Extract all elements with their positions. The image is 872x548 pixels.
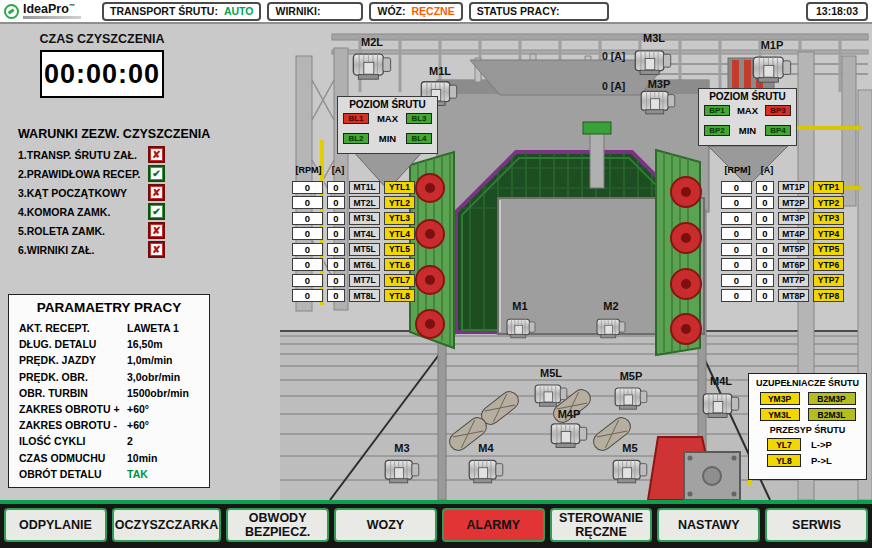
condition-row: 1.TRANSP. ŚRUTU ZAŁ. [18, 146, 165, 163]
condition-status-icon [148, 203, 165, 220]
clock-value: 13:18:03 [816, 5, 858, 17]
turbine-row: 00MT6LYTL6 [292, 258, 415, 271]
shot-level-panel-left: POZIOM ŚRUTU BL1 MAX BL3 BL2 MIN BL4 [337, 96, 438, 154]
motor-id-chip: MT2P [778, 196, 809, 209]
replenisher-sensor-b2m3p: B2M3P [808, 392, 856, 405]
condition-status-icon [148, 165, 165, 182]
conditions-title: WARUNKI ZEZW. CZYSZCZENIA [18, 127, 210, 141]
param-row: ILOŚĆ CYKLI2 [19, 433, 199, 449]
amp-value: 0 [327, 181, 345, 194]
nav-button-serwis[interactable]: SERWIS [765, 508, 868, 542]
condition-row: 5.ROLETA ZAMK. [18, 222, 165, 239]
turbine-row: 00MT5PYTP5 [721, 243, 844, 256]
motor-id-chip: MT6L [349, 258, 380, 271]
turbine-valve-button[interactable]: YTP7 [813, 274, 844, 287]
motor-id-chip: MT8P [778, 289, 809, 302]
nav-button-wozy[interactable]: WOZY [334, 508, 437, 542]
rpm-value: 0 [292, 289, 323, 302]
motor-icon-m1p [753, 57, 790, 82]
condition-status-icon [148, 222, 165, 239]
param-row: OBRÓT DETALUTAK [19, 466, 199, 482]
motor-icon-m3l [635, 51, 670, 75]
level-sensor-bl4: BL4 [406, 133, 432, 144]
amp-value: 0 [756, 181, 774, 194]
turbine-valve-button[interactable]: YTP6 [813, 258, 844, 271]
rpm-value: 0 [721, 181, 752, 194]
turbine-row: 00MT7PYTP7 [721, 274, 844, 287]
param-row: PRĘDK. JAZDY1,0m/min [19, 352, 199, 368]
nav-button-alarmy[interactable]: ALARMY [442, 508, 545, 542]
turbine-valve-button[interactable]: YTP3 [813, 212, 844, 225]
transfer-direction: L->P [811, 439, 832, 450]
motor-label-m2: M2 [603, 300, 618, 312]
transfer-direction: P->L [811, 455, 832, 466]
turbine-row: 00MT8LYTL8 [292, 289, 415, 302]
motor-id-chip: MT2L [349, 196, 380, 209]
turbine-valve-button[interactable]: YTP2 [813, 196, 844, 209]
rpm-value: 0 [721, 243, 752, 256]
shot-level-title: POZIOM ŚRUTU [699, 91, 796, 102]
nav-button-sterowanie-reczne[interactable]: STEROWANIE RĘCZNE [550, 508, 653, 542]
motor-id-chip: MT3P [778, 212, 809, 225]
replenisher-button-ym3p[interactable]: YM3P [760, 392, 800, 405]
turbine-valve-button[interactable]: YTP1 [813, 181, 844, 194]
turbine-valve-button[interactable]: YTP5 [813, 243, 844, 256]
motor-label-m5p: M5P [620, 370, 643, 382]
nav-button-nastawy[interactable]: NASTAWY [657, 508, 760, 542]
level-sensor-bl1: BL1 [343, 113, 369, 124]
level-sensor-bp4: BP4 [765, 125, 791, 136]
bottom-nav-bar: ODPYLANIE OCZYSZCZARKA OBWODY BEZPIECZ. … [0, 500, 872, 548]
amp-value: 0 [327, 289, 345, 302]
rpm-value: 0 [292, 274, 323, 287]
replenisher-button-ym3l[interactable]: YM3L [760, 408, 800, 421]
motor-id-chip: MT7L [349, 274, 380, 287]
transfer-button-yl8[interactable]: YL8 [767, 454, 801, 467]
condition-label: 4.KOMORA ZAMK. [18, 206, 148, 218]
woz-value: RĘCZNE [411, 5, 454, 17]
turbine-valve-button[interactable]: YTP8 [813, 289, 844, 302]
level-sensor-bl2: BL2 [343, 133, 369, 144]
min-label: MIN [379, 133, 396, 144]
condition-label: 6.WIRNIKI ZAŁ. [18, 244, 148, 256]
motor-label-m1l: M1L [429, 65, 451, 77]
max-label: MAX [377, 113, 398, 124]
turbine-valve-button[interactable]: YTL3 [384, 212, 415, 225]
shot-level-panel-right: POZIOM ŚRUTU BP1 MAX BP3 BP2 MIN BP4 [698, 88, 797, 146]
motor-id-chip: MT6P [778, 258, 809, 271]
woz-label: WÓZ: [377, 5, 405, 17]
rpm-value: 0 [721, 196, 752, 209]
turbine-valve-button[interactable]: YTL2 [384, 196, 415, 209]
turbine-row: 00MT3PYTP3 [721, 212, 844, 225]
top-status-bar: IdeaPro™ TRANSPORT ŚRUTU: AUTO WIRNIKI: … [0, 0, 872, 24]
wirniki-status: WIRNIKI: [267, 2, 363, 21]
max-label: MAX [737, 105, 758, 116]
nav-button-odpylanie[interactable]: ODPYLANIE [4, 508, 107, 542]
turbine-valve-button[interactable]: YTL1 [384, 181, 415, 194]
rpm-value: 0 [721, 227, 752, 240]
nav-button-obwody-bezpiecz[interactable]: OBWODY BEZPIECZ. [226, 508, 329, 542]
transfer-button-yl7[interactable]: YL7 [767, 438, 801, 451]
turbine-valve-button[interactable]: YTL8 [384, 289, 415, 302]
turbine-valve-button[interactable]: YTL4 [384, 227, 415, 240]
turbine-row: 00MT7LYTL7 [292, 274, 415, 287]
turbine-valve-button[interactable]: YTP4 [813, 227, 844, 240]
replenisher-title: UZUPEŁNIACZE ŚRUTU [749, 378, 866, 388]
turbine-table-right: [RPM][A] 00MT1PYTP1 00MT2PYTP2 00MT3PYTP… [721, 165, 844, 302]
transport-srutu-label: TRANSPORT ŚRUTU: [110, 5, 218, 17]
turbine-row: 00MT8PYTP8 [721, 289, 844, 302]
turbine-valve-button[interactable]: YTL5 [384, 243, 415, 256]
rpm-value: 0 [292, 227, 323, 240]
nav-button-oczyszczarka[interactable]: OCZYSZCZARKA [112, 508, 221, 542]
cleaning-time-value: 00:00:00 [44, 59, 160, 90]
rpm-header: [RPM] [292, 165, 325, 178]
turbine-valve-button[interactable]: YTL6 [384, 258, 415, 271]
conditions-list: 1.TRANSP. ŚRUTU ZAŁ. 2.PRAWIDŁOWA RECEP.… [18, 146, 165, 258]
motor-id-chip: MT5P [778, 243, 809, 256]
turbine-valve-button[interactable]: YTL7 [384, 274, 415, 287]
motor-icon-m2l [353, 54, 390, 79]
motor-label-m3l: M3L [643, 32, 665, 44]
rpm-value: 0 [292, 196, 323, 209]
replenisher-sensor-b2m3l: B2M3L [808, 408, 856, 421]
motor-id-chip: MT8L [349, 289, 380, 302]
turbine-row: 00MT6PYTP6 [721, 258, 844, 271]
